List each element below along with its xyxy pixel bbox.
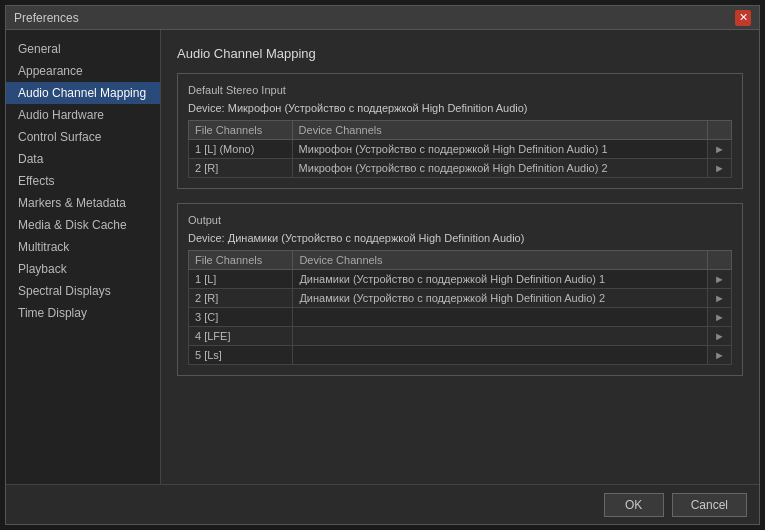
sidebar-item-markers-metadata[interactable]: Markers & Metadata (6, 192, 160, 214)
file-channel-cell: 1 [L] (189, 270, 293, 289)
arrow-icon: ► (708, 289, 732, 308)
ok-button[interactable]: OK (604, 493, 664, 517)
output-group-label: Output (188, 214, 732, 226)
input-group-label: Default Stereo Input (188, 84, 732, 96)
table-row[interactable]: 1 [L] (Mono) Микрофон (Устройство с подд… (189, 140, 732, 159)
file-channel-cell: 1 [L] (Mono) (189, 140, 293, 159)
arrow-icon: ► (708, 365, 732, 366)
input-channel-table: File Channels Device Channels 1 [L] (Mon… (188, 120, 732, 178)
arrow-icon: ► (708, 308, 732, 327)
table-row[interactable]: 1 [L] Динамики (Устройство с поддержкой … (189, 270, 732, 289)
arrow-icon: ► (708, 327, 732, 346)
device-channel-cell (293, 308, 708, 327)
sidebar-item-media-disk-cache[interactable]: Media & Disk Cache (6, 214, 160, 236)
footer: OK Cancel (6, 484, 759, 524)
input-device-label: Device: Микрофон (Устройство с поддержко… (188, 102, 732, 114)
table-row[interactable]: 2 [R] Микрофон (Устройство с поддержкой … (189, 159, 732, 178)
preferences-dialog: Preferences ✕ GeneralAppearanceAudio Cha… (5, 5, 760, 525)
file-channel-cell: 2 [R] (189, 289, 293, 308)
output-group: Output Device: Динамики (Устройство с по… (177, 203, 743, 376)
output-col-file: File Channels (189, 251, 293, 270)
device-channel-cell (293, 327, 708, 346)
device-channel-cell: Динамики (Устройство с поддержкой High D… (293, 270, 708, 289)
table-row[interactable]: 5 [Ls] ► (189, 346, 732, 365)
input-col-device: Device Channels (292, 121, 708, 140)
file-channel-cell: 6 [Rs] (189, 365, 293, 366)
dialog-body: GeneralAppearanceAudio Channel MappingAu… (6, 30, 759, 484)
sidebar-item-audio-hardware[interactable]: Audio Hardware (6, 104, 160, 126)
device-channel-cell: Микрофон (Устройство с поддержкой High D… (292, 140, 708, 159)
output-device-label: Device: Динамики (Устройство с поддержко… (188, 232, 732, 244)
close-button[interactable]: ✕ (735, 10, 751, 26)
sidebar-item-multitrack[interactable]: Multitrack (6, 236, 160, 258)
arrow-icon: ► (708, 346, 732, 365)
output-col-arrow (708, 251, 732, 270)
arrow-icon: ► (708, 159, 732, 178)
cancel-button[interactable]: Cancel (672, 493, 747, 517)
table-row[interactable]: 4 [LFE] ► (189, 327, 732, 346)
arrow-icon: ► (708, 140, 732, 159)
sidebar-item-time-display[interactable]: Time Display (6, 302, 160, 324)
sidebar-item-spectral-displays[interactable]: Spectral Displays (6, 280, 160, 302)
table-row[interactable]: 2 [R] Динамики (Устройство с поддержкой … (189, 289, 732, 308)
device-channel-cell (293, 365, 708, 366)
sidebar: GeneralAppearanceAudio Channel MappingAu… (6, 30, 161, 484)
device-channel-cell: Микрофон (Устройство с поддержкой High D… (292, 159, 708, 178)
sidebar-item-appearance[interactable]: Appearance (6, 60, 160, 82)
input-group: Default Stereo Input Device: Микрофон (У… (177, 73, 743, 189)
input-col-file: File Channels (189, 121, 293, 140)
arrow-icon: ► (708, 270, 732, 289)
table-row[interactable]: 3 [C] ► (189, 308, 732, 327)
device-channel-cell (293, 346, 708, 365)
sidebar-item-control-surface[interactable]: Control Surface (6, 126, 160, 148)
file-channel-cell: 5 [Ls] (189, 346, 293, 365)
table-row[interactable]: 6 [Rs] ► (189, 365, 732, 366)
sidebar-item-playback[interactable]: Playback (6, 258, 160, 280)
main-content: Audio Channel Mapping Default Stereo Inp… (161, 30, 759, 484)
sidebar-item-data[interactable]: Data (6, 148, 160, 170)
sidebar-item-effects[interactable]: Effects (6, 170, 160, 192)
output-col-device: Device Channels (293, 251, 708, 270)
device-channel-cell: Динамики (Устройство с поддержкой High D… (293, 289, 708, 308)
output-table-scroll[interactable]: File Channels Device Channels 1 [L] Дина… (188, 250, 732, 365)
sidebar-item-audio-channel-mapping[interactable]: Audio Channel Mapping (6, 82, 160, 104)
file-channel-cell: 3 [C] (189, 308, 293, 327)
sidebar-item-general[interactable]: General (6, 38, 160, 60)
file-channel-cell: 4 [LFE] (189, 327, 293, 346)
file-channel-cell: 2 [R] (189, 159, 293, 178)
output-channel-table: File Channels Device Channels 1 [L] Дина… (188, 250, 732, 365)
page-title: Audio Channel Mapping (177, 46, 743, 61)
dialog-title: Preferences (14, 11, 79, 25)
title-bar: Preferences ✕ (6, 6, 759, 30)
input-col-arrow (708, 121, 732, 140)
